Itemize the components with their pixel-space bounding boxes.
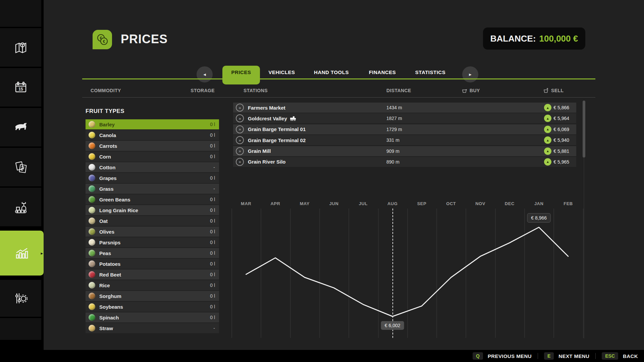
- price-trend-up-icon: ▲: [544, 136, 551, 144]
- commodity-row-red-beet[interactable]: Red Beet0 l: [86, 269, 219, 280]
- settings-icon: [13, 291, 29, 306]
- sidebar-item-statistics[interactable]: ▸: [0, 231, 44, 276]
- column-header-distance: DISTANCE: [386, 88, 411, 93]
- commodity-icon: [89, 228, 95, 235]
- commodity-storage-value: 0 l: [210, 122, 215, 127]
- statistics-icon: [14, 245, 30, 261]
- commodity-row-olives[interactable]: Olives0 l: [86, 227, 219, 237]
- column-header-commodity: COMMODITY: [91, 88, 121, 93]
- commodity-row-rice[interactable]: Rice0 l: [86, 280, 219, 290]
- commodity-storage-value: 0 l: [210, 143, 215, 148]
- commodity-row-cotton[interactable]: Cotton-: [86, 162, 219, 172]
- commodity-row-grass[interactable]: Grass-: [86, 184, 219, 194]
- commodity-row-parsnips[interactable]: Parsnips0 l: [86, 237, 219, 247]
- commodity-icon: [89, 260, 95, 267]
- station-target-icon: »: [236, 125, 244, 133]
- station-target-icon: »: [236, 104, 244, 112]
- commodity-name: Long Grain Rice: [99, 207, 138, 213]
- svg-text:€: €: [103, 39, 105, 44]
- stations-scrollbar-thumb[interactable]: [583, 101, 585, 158]
- footer-hint-bar: QPREVIOUS MENUENEXT MENUESCBACK: [0, 350, 644, 362]
- key-badge-esc: ESC: [602, 352, 618, 360]
- station-row-grain-river-silo[interactable]: »Grain River Silo890 m▲€ 5,965: [233, 157, 576, 167]
- commodity-row-straw[interactable]: Straw-: [86, 323, 219, 333]
- station-target-icon: »: [236, 147, 244, 155]
- balance-value: 100,000 €: [539, 34, 578, 44]
- station-sell-price: € 5,866: [553, 105, 569, 110]
- chart-gridline: [290, 208, 291, 338]
- tab-statistics[interactable]: STATISTICS: [415, 69, 445, 75]
- month-label-apr: APR: [270, 201, 280, 206]
- sidebar-item-calendar[interactable]: 15: [0, 68, 41, 107]
- commodity-row-sorghum[interactable]: Sorghum0 l: [86, 291, 219, 301]
- station-row-grain-barge-terminal-01[interactable]: »Grain Barge Terminal 011729 m▲€ 6,069: [233, 124, 576, 134]
- commodity-name: Soybeans: [99, 304, 123, 310]
- chart-gridline: [583, 208, 584, 338]
- commodity-row-canola[interactable]: Canola0 l: [86, 130, 219, 140]
- commodity-name: Olives: [99, 229, 114, 235]
- tabs-prev-button[interactable]: ◂: [197, 66, 213, 82]
- commodity-name: Rice: [99, 283, 110, 288]
- tab-prices[interactable]: PRICES: [231, 69, 251, 75]
- column-header-buy: BUY: [462, 88, 480, 93]
- sidebar-spacer-tile: [0, 0, 41, 27]
- tabs-next-button[interactable]: ▸: [462, 66, 478, 82]
- tab-finances[interactable]: FINANCES: [369, 69, 396, 75]
- commodity-icon: [89, 207, 95, 214]
- sidebar-item-map[interactable]: [0, 28, 41, 67]
- station-name: Grain Barge Terminal 02: [248, 137, 306, 143]
- commodity-row-soybeans[interactable]: Soybeans0 l: [86, 302, 219, 312]
- commodity-icon: [89, 303, 95, 310]
- commodity-name: Grapes: [99, 175, 117, 181]
- commodity-storage-value: 0 l: [210, 229, 215, 234]
- commodity-row-potatoes[interactable]: Potatoes0 l: [86, 259, 219, 269]
- fruit-types-label: FRUIT TYPES: [86, 108, 124, 115]
- commodity-row-long-grain-rice[interactable]: Long Grain Rice0 l: [86, 205, 219, 215]
- column-header-sell: SELL: [543, 88, 564, 93]
- chart-gridline: [436, 208, 437, 338]
- commodity-row-corn[interactable]: Corn0 l: [86, 152, 219, 162]
- column-header-storage: STORAGE: [168, 88, 215, 93]
- commodity-icon: [89, 218, 95, 224]
- commodity-icon: [89, 325, 95, 331]
- station-row-goldcrest-valley[interactable]: »Goldcrest Valley1827 m▲€ 5,964: [233, 113, 576, 123]
- contracts-icon: [13, 160, 29, 175]
- footer-action-previous-menu[interactable]: PREVIOUS MENU: [488, 353, 532, 359]
- commodity-row-grapes[interactable]: Grapes0 l: [86, 173, 219, 183]
- commodity-icon: [89, 164, 95, 171]
- station-row-grain-barge-terminal-02[interactable]: »Grain Barge Terminal 02331 m▲€ 5,940: [233, 135, 576, 145]
- commodity-row-peas[interactable]: Peas0 l: [86, 248, 219, 258]
- commodity-row-carrots[interactable]: Carrots0 l: [86, 141, 219, 151]
- station-row-grain-mill[interactable]: »Grain Mill909 m▲€ 5,881: [233, 146, 576, 156]
- footer-separator: [595, 353, 596, 359]
- header-divider: [82, 97, 595, 98]
- commodity-name: Oat: [99, 218, 108, 224]
- commodity-storage-value: 0 l: [210, 207, 215, 213]
- footer-action-back[interactable]: BACK: [623, 353, 638, 359]
- sidebar-item-animals[interactable]: [0, 108, 41, 146]
- min-price-label: € 6,002: [381, 321, 404, 330]
- chart-gridline: [466, 208, 466, 338]
- commodity-row-oat[interactable]: Oat0 l: [86, 216, 219, 226]
- tab-hand-tools[interactable]: HAND TOOLS: [314, 69, 349, 75]
- sidebar-item-production[interactable]: [0, 188, 41, 226]
- train-icon: [290, 116, 297, 121]
- commodity-row-spinach[interactable]: Spinach0 l: [86, 312, 219, 322]
- price-trend-up-icon: ▲: [544, 104, 551, 111]
- month-label-sep: SEP: [417, 201, 427, 206]
- commodity-name: Grass: [99, 186, 114, 192]
- tab-vehicles[interactable]: VEHICLES: [268, 69, 295, 75]
- footer-action-next-menu[interactable]: NEXT MENU: [558, 353, 589, 359]
- commodity-name: Corn: [99, 154, 111, 160]
- column-header-stations: STATIONS: [244, 88, 268, 93]
- commodity-icon: [89, 282, 95, 289]
- sidebar-item-settings[interactable]: [0, 280, 41, 317]
- chart-gridline: [231, 208, 232, 338]
- commodity-row-barley[interactable]: Barley0 l: [86, 119, 219, 129]
- key-badge-q: Q: [473, 352, 483, 360]
- commodity-row-green-beans[interactable]: Green Beans0 l: [86, 194, 219, 204]
- commodity-storage-value: 0 l: [210, 315, 215, 320]
- sidebar-item-contracts[interactable]: [0, 148, 41, 186]
- month-label-oct: OCT: [446, 201, 456, 206]
- station-row-farmers-market[interactable]: »Farmers Market1434 m▲€ 5,866: [233, 103, 576, 113]
